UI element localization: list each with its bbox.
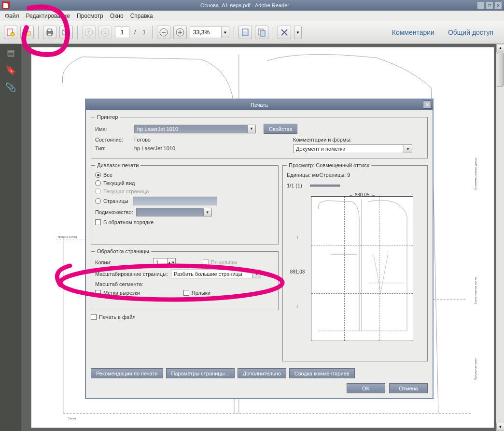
scroll-down-icon[interactable]: ▼ (496, 423, 504, 431)
page-handling-fieldset: Обработка страницы Копии: 1 ▲▼ По копиям… (91, 248, 279, 310)
crop-marks-check[interactable] (95, 290, 101, 296)
dialog-title: Печать (251, 102, 268, 108)
comment-summary-button[interactable]: Сводка комментариев (289, 368, 355, 378)
menu-edit[interactable]: Редактирование (26, 13, 70, 19)
collate-label: По копиям (211, 259, 237, 265)
print-to-file-check[interactable] (91, 314, 97, 320)
comments-forms-combo-btn-icon[interactable]: ▼ (404, 144, 412, 153)
svg-text:Полуприлегание: Полуприлегание (474, 358, 477, 380)
scroll-thumb[interactable] (497, 53, 504, 86)
range-pages-label: Страницы (103, 198, 128, 204)
range-reverse-check[interactable] (95, 219, 101, 225)
next-page-icon[interactable] (98, 26, 112, 39)
menu-window[interactable]: Окно (110, 13, 124, 19)
dialog-close-icon[interactable]: ✕ (423, 101, 431, 109)
crop-marks-label: Метки вырезки (103, 290, 140, 296)
svg-rect-13 (260, 30, 265, 36)
save-icon[interactable] (238, 26, 252, 39)
maximize-button[interactable]: □ (486, 1, 493, 9)
printer-status-label: Состояние: (95, 137, 131, 143)
menubar: Файл Редактирование Просмотр Окно Справк… (0, 11, 504, 21)
preview-zoom-slider[interactable] (310, 185, 340, 187)
label-side: Уровень бочка (57, 235, 77, 238)
tile-scale-label: Масштаб сегмента: (95, 281, 143, 287)
preview-thumbnail (311, 196, 413, 341)
email-icon[interactable] (59, 26, 73, 39)
zoom-input[interactable] (190, 27, 222, 38)
scaling-combo-btn-icon[interactable]: ▼ (253, 270, 261, 278)
open-icon[interactable] (20, 26, 34, 39)
printer-status-value: Готово (134, 137, 151, 143)
copies-spinner-btn-icon[interactable]: ▲▼ (168, 258, 176, 267)
printer-properties-button[interactable]: Свойства (264, 124, 297, 134)
cancel-button[interactable]: Отмена (389, 383, 428, 393)
page-setup-button[interactable]: Параметры страницы... (166, 368, 235, 378)
labels-check[interactable] (183, 290, 189, 296)
bookmarks-icon[interactable]: 🔖 (0, 61, 21, 79)
read-mode-dropdown-icon[interactable]: ▼ (294, 26, 302, 39)
svg-rect-4 (48, 33, 52, 36)
nav-sidebar: ▤ 🔖 📎 (0, 44, 21, 431)
share-link[interactable]: Общий доступ (441, 26, 500, 39)
advanced-button[interactable]: Дополнительно (238, 368, 286, 378)
comments-link[interactable]: Комментарии (385, 26, 441, 39)
window-titlebar: Основа_А1-вера.pdf - Adobe Reader – □ × (0, 0, 504, 11)
range-currentpage-radio[interactable] (95, 188, 101, 194)
label-waist: Талия (68, 417, 76, 420)
preview-units: Единицы: ммСтраницы: 9 (287, 172, 423, 178)
ok-button[interactable]: OK (347, 383, 385, 393)
printer-name-combo[interactable]: hp LaserJet 1010 (134, 125, 248, 133)
range-pages-input[interactable] (133, 197, 217, 205)
print-to-file-label: Печать в файл (99, 314, 136, 320)
menu-view[interactable]: Просмотр (77, 13, 103, 19)
comments-forms-combo[interactable]: Документ и пометки (293, 144, 404, 153)
dialog-titlebar: Печать ✕ (86, 100, 433, 110)
scroll-up-icon[interactable]: ▲ (496, 44, 504, 52)
close-button[interactable]: × (494, 1, 502, 9)
range-all-radio[interactable] (95, 172, 101, 178)
page-total: 1 (142, 29, 146, 36)
menu-file[interactable]: Файл (5, 13, 19, 19)
vertical-scrollbar[interactable]: ▲ ▼ (496, 44, 504, 431)
range-subset-label: Подмножество: (95, 209, 133, 215)
svg-rect-3 (48, 29, 52, 31)
printer-type-label: Тип: (95, 145, 131, 151)
printer-legend: Принтер (95, 114, 120, 120)
copies-spinner[interactable]: 1 (153, 258, 168, 267)
labels-label: Ярлыки (192, 290, 210, 296)
read-mode-icon[interactable] (278, 26, 291, 39)
print-tips-button[interactable]: Рекомендации по печати (91, 368, 163, 378)
range-currentpage-label: Текущая страница (103, 188, 149, 194)
print-icon[interactable] (43, 26, 56, 39)
convert-icon[interactable] (255, 26, 268, 39)
zoom-out-icon[interactable] (157, 26, 170, 39)
comments-forms-label: Комментарии и формы: (293, 137, 423, 143)
range-pages-radio[interactable] (95, 198, 101, 204)
prev-page-icon[interactable] (82, 26, 96, 39)
preview-legend: Просмотр: Совмещенный оттиск (287, 162, 371, 168)
handling-legend: Обработка страницы (95, 248, 151, 254)
svg-rect-11 (243, 29, 247, 31)
window-title: Основа_А1-вера.pdf - Adobe Reader (13, 2, 477, 8)
menu-help[interactable]: Справка (130, 13, 153, 19)
range-currentview-radio[interactable] (95, 180, 101, 186)
preview-height: 891,03 (290, 269, 305, 274)
create-pdf-icon[interactable] (4, 26, 17, 39)
svg-point-1 (11, 32, 14, 36)
printer-fieldset: Принтер Имя: hp LaserJet 1010 ▼ Свойства… (91, 114, 428, 158)
zoom-in-icon[interactable] (173, 26, 187, 39)
printer-name-combo-btn-icon[interactable]: ▼ (248, 125, 256, 133)
attachments-icon[interactable]: 📎 (0, 79, 21, 96)
preview-fieldset: Просмотр: Совмещенный оттиск Единицы: мм… (282, 162, 428, 361)
range-subset-combo-btn-icon[interactable]: ▼ (204, 208, 212, 216)
preview-page-indicator: 1/1 (1) (287, 183, 302, 188)
scaling-combo[interactable]: Разбить большие страницы (171, 270, 253, 278)
minimize-button[interactable]: – (477, 1, 485, 9)
range-subset-combo[interactable] (136, 208, 204, 216)
range-currentview-label: Текущий вид (103, 180, 135, 186)
thumbnails-icon[interactable]: ▤ (0, 44, 21, 61)
zoom-dropdown-icon[interactable]: ▼ (222, 27, 229, 38)
svg-text:Естественная талия: Естественная талия (474, 277, 477, 304)
page-number-input[interactable] (115, 27, 129, 38)
print-dialog: Печать ✕ Принтер Имя: hp LaserJet 1010 ▼… (85, 99, 434, 399)
